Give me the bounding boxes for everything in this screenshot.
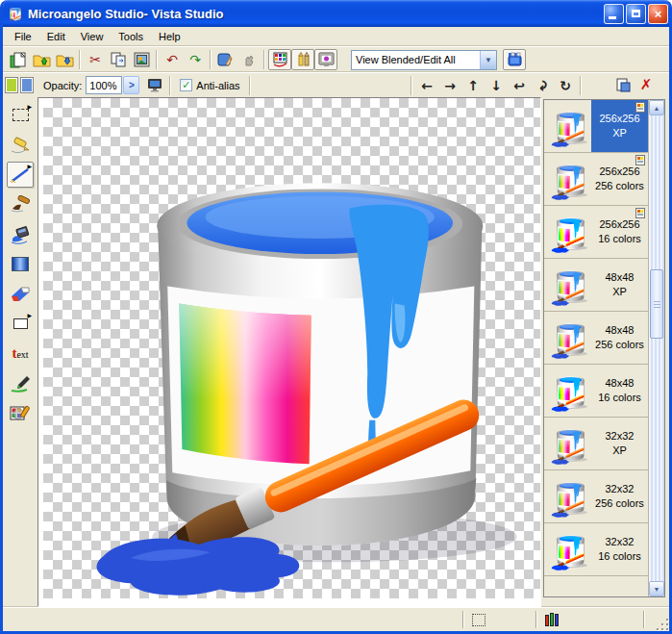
background-color-swatch[interactable] xyxy=(20,77,34,93)
format-item-48-256c[interactable]: 48x48 256 colors xyxy=(544,312,648,365)
formats-box: 256x256 XP 256x256 256 colors xyxy=(543,99,665,597)
tool-select-rectangle[interactable]: ▶ xyxy=(7,102,34,128)
menu-tools[interactable]: Tools xyxy=(111,29,151,44)
paste-icon xyxy=(134,52,150,67)
close-button[interactable]: × xyxy=(648,4,668,24)
import-button[interactable] xyxy=(30,49,53,70)
transparency-view-button[interactable] xyxy=(503,49,526,70)
new-image-button[interactable] xyxy=(7,49,30,70)
scroll-up-button[interactable]: ▲ xyxy=(649,100,664,115)
rotate-right-icon: ↷ xyxy=(535,80,549,91)
status-divider xyxy=(643,611,645,628)
nudge-up-button[interactable]: ↑ xyxy=(461,75,485,96)
delete-format-button[interactable]: ✗ xyxy=(635,75,658,96)
menu-edit[interactable]: Edit xyxy=(39,29,73,44)
formats-scrollbar[interactable]: ▲ ▼ xyxy=(648,100,664,596)
scrollbar-track[interactable] xyxy=(649,115,664,581)
minimize-button[interactable] xyxy=(604,4,624,24)
format-item-32-16c[interactable]: 32x32 16 colors xyxy=(544,523,648,576)
toolbar-separator xyxy=(411,76,412,95)
nudge-down-button[interactable]: ↓ xyxy=(485,75,508,96)
opacity-spin-button[interactable]: > xyxy=(123,76,139,94)
format-depth: XP xyxy=(612,444,627,458)
pan-button-disabled[interactable] xyxy=(237,49,261,70)
options-toolbar: Opacity: > ✓ Anti-alias ← → ↑ ↓ ↩ ↷ ↻ xyxy=(3,72,669,97)
scroll-down-icon: ▼ xyxy=(654,586,660,593)
toolbar-separator xyxy=(580,76,582,95)
tool-palette-editor[interactable] xyxy=(7,400,34,426)
paste-button[interactable] xyxy=(130,49,153,70)
antialias-checkbox-row[interactable]: ✓ Anti-alias xyxy=(180,79,239,91)
format-item-256-256c[interactable]: 256x256 256 colors xyxy=(544,153,648,206)
nudge-right-button[interactable]: → xyxy=(438,75,461,96)
palette-editor-icon xyxy=(10,404,31,423)
format-depth: XP xyxy=(612,285,627,299)
format-item-32-xp[interactable]: 32x32 XP xyxy=(544,418,648,470)
maximize-button[interactable] xyxy=(626,4,646,24)
format-depth: 256 colors xyxy=(595,496,644,511)
format-label: 32x32 XP xyxy=(591,418,648,469)
tool-fill[interactable] xyxy=(7,221,34,247)
scroll-down-button[interactable]: ▼ xyxy=(649,581,664,596)
opacity-input[interactable] xyxy=(86,76,122,94)
tool-eyedropper[interactable] xyxy=(7,370,34,396)
copy-button[interactable] xyxy=(107,49,130,70)
canvas-transparency-checker[interactable] xyxy=(43,98,540,598)
format-item-48-xp[interactable]: 48x48 XP xyxy=(544,259,648,312)
format-thumbnail xyxy=(547,105,589,147)
undo-button[interactable]: ↶ xyxy=(161,49,184,70)
format-label: 48x48 256 colors xyxy=(591,312,648,364)
format-item-256-16c[interactable]: 256x256 16 colors xyxy=(544,206,648,259)
opacity-label: Opacity: xyxy=(43,80,82,91)
format-item-256-xp[interactable]: 256x256 XP xyxy=(544,100,648,153)
format-thumbnail xyxy=(547,158,589,200)
menu-view[interactable]: View xyxy=(73,29,112,44)
hand-screen-icon xyxy=(217,52,235,67)
view-mode-select[interactable]: View Blended/Edit All ▼ xyxy=(351,50,497,70)
tool-line[interactable]: ▶ xyxy=(7,162,34,188)
tool-eraser[interactable] xyxy=(7,281,34,307)
scrollbar-thumb[interactable] xyxy=(650,269,663,339)
format-thumbnail xyxy=(547,211,589,253)
rotate-180-button[interactable]: ↻ xyxy=(554,75,577,96)
format-label: 48x48 XP xyxy=(591,259,648,311)
spin-right-icon: > xyxy=(129,80,135,90)
rgb-bars-icon xyxy=(545,613,560,626)
format-size: 32x32 xyxy=(606,535,635,549)
menu-help[interactable]: Help xyxy=(151,29,188,44)
format-size: 256x256 xyxy=(599,217,639,232)
antialias-checkbox[interactable]: ✓ xyxy=(180,79,192,91)
duplicate-format-button[interactable] xyxy=(611,75,635,96)
toolbar-separator xyxy=(156,50,158,69)
screen-preview-button[interactable] xyxy=(143,75,166,96)
canvas-artwork-paint-bucket[interactable] xyxy=(43,98,540,598)
selection-rect-icon xyxy=(472,614,485,626)
redo-button[interactable]: ↷ xyxy=(184,49,207,70)
menu-file[interactable]: File xyxy=(7,29,39,44)
folder-up-icon xyxy=(33,52,51,67)
tool-shape-rectangle[interactable]: ▶ xyxy=(7,311,34,337)
tool-text[interactable]: text xyxy=(7,341,34,367)
rotate-right-button[interactable]: ↷ xyxy=(531,75,554,96)
format-item-48-16c[interactable]: 48x48 16 colors xyxy=(544,365,648,418)
open-button[interactable] xyxy=(53,49,76,70)
format-depth: 16 colors xyxy=(598,391,641,405)
status-message-panel xyxy=(3,608,462,631)
toggle-palette-view-button[interactable] xyxy=(268,49,291,70)
resize-grip[interactable] xyxy=(656,618,669,631)
tool-gradient[interactable] xyxy=(7,251,34,277)
main-area: ▶ ▶ xyxy=(3,97,669,607)
foreground-color-swatch[interactable] xyxy=(5,77,18,93)
flip-horizontal-button[interactable]: ↩ xyxy=(508,75,531,96)
tool-select-freehand[interactable] xyxy=(7,132,34,158)
cut-button[interactable]: ✂ xyxy=(84,49,107,70)
tool-brush[interactable] xyxy=(7,191,34,217)
delete-x-icon: ✗ xyxy=(640,78,653,92)
toggle-tools-button[interactable] xyxy=(291,49,314,70)
nudge-left-button[interactable]: ← xyxy=(415,75,438,96)
format-item-32-256c[interactable]: 32x32 256 colors xyxy=(544,470,648,523)
toggle-preview-button[interactable] xyxy=(314,49,337,70)
status-bar xyxy=(3,607,669,631)
format-badge-icon xyxy=(634,154,646,166)
test-icon-button[interactable] xyxy=(214,49,237,70)
